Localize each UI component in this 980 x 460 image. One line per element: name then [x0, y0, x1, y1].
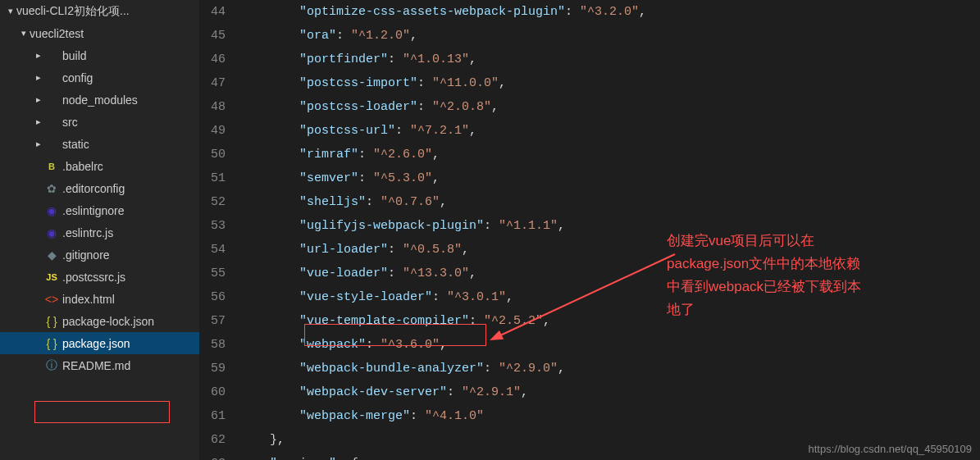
chevron-down-icon: ▾ [5, 6, 16, 16]
line-number-gutter: 4445464748495051525354555657585960616263 [199, 0, 240, 460]
tree-item-label: .eslintignore [62, 204, 125, 217]
annotation-line: package.json文件中的本地依赖 [667, 253, 962, 276]
git-icon: ◆ [44, 248, 59, 262]
annotation-line: 地了 [667, 298, 962, 321]
tree-item-label: config [62, 71, 93, 84]
tree-item-label: node_modules [62, 93, 138, 107]
babel-icon: B [44, 162, 59, 171]
tree-folder[interactable]: ▸node_modules [0, 89, 199, 111]
tree-project[interactable]: ▾ vuecli2test [0, 22, 199, 44]
chevron-right-icon: ▸ [33, 72, 44, 83]
gear-icon: ✿ [44, 182, 59, 195]
tree-file[interactable]: ◆.gitignore [0, 244, 199, 266]
tree-file[interactable]: ⓘREADME.md [0, 354, 199, 376]
eslint-icon: ◉ [44, 226, 59, 239]
tree-item-label: .editorconfig [62, 182, 125, 195]
tree-file[interactable]: ◉.eslintignore [0, 199, 199, 221]
tree-item-label: build [62, 49, 87, 62]
tree-file[interactable]: B.babelrc [0, 155, 199, 177]
js-icon: JS [44, 272, 59, 282]
tree-folder[interactable]: ▸config [0, 66, 199, 89]
tree-project-label: vuecli2test [30, 27, 84, 40]
watermark: https://blog.csdn.net/qq_45950109 [809, 443, 973, 455]
file-explorer: ▾ vuecli-CLI2初始化项... ▾ vuecli2test ▸buil… [0, 0, 199, 460]
annotation-line: 中看到webpack已经被下载到本 [667, 276, 962, 298]
tree-item-label: .gitignore [62, 248, 110, 262]
tree-item-label: .babelrc [62, 160, 103, 173]
annotation-text: 创建完vue项目后可以在 package.json文件中的本地依赖 中看到web… [667, 230, 962, 321]
tree-root[interactable]: ▾ vuecli-CLI2初始化项... [0, 0, 199, 22]
chevron-right-icon: ▸ [33, 116, 44, 127]
annotation-line: 创建完vue项目后可以在 [667, 230, 962, 253]
tree-folder[interactable]: ▸src [0, 111, 199, 133]
tree-folder[interactable]: ▸build [0, 44, 199, 66]
tree-file[interactable]: ◉.eslintrc.js [0, 221, 199, 244]
json-icon: { } [44, 337, 59, 350]
tree-file[interactable]: { }package-lock.json [0, 310, 199, 332]
tree-item-label: .postcssrc.js [62, 271, 125, 284]
sidebar-highlight-box [34, 401, 170, 423]
chevron-right-icon: ▸ [33, 50, 44, 61]
tree-item-label: .eslintrc.js [62, 226, 113, 239]
tree-item-label: static [62, 138, 89, 151]
chevron-right-icon: ▸ [33, 94, 44, 105]
eslint-icon: ◉ [44, 204, 59, 217]
tree-item-label: index.html [62, 293, 115, 306]
html-icon: <> [44, 293, 59, 306]
tree-folder[interactable]: ▸static [0, 133, 199, 155]
tree-root-label: vuecli-CLI2初始化项... [16, 4, 130, 19]
chevron-down-icon: ▾ [18, 28, 30, 39]
tree-item-label: package-lock.json [62, 315, 154, 328]
code-highlight-box [304, 324, 486, 346]
info-icon: ⓘ [44, 358, 59, 373]
tree-item-label: package.json [62, 337, 130, 350]
json-icon: { } [44, 315, 59, 328]
tree-file[interactable]: ✿.editorconfig [0, 177, 199, 199]
tree-file[interactable]: { }package.json [0, 332, 199, 354]
tree-item-label: src [62, 116, 78, 129]
chevron-right-icon: ▸ [33, 139, 44, 149]
code-editor[interactable]: 4445464748495051525354555657585960616263… [199, 0, 980, 460]
tree-file[interactable]: <>index.html [0, 288, 199, 310]
tree-item-label: README.md [62, 359, 130, 372]
tree-file[interactable]: JS.postcssrc.js [0, 266, 199, 288]
